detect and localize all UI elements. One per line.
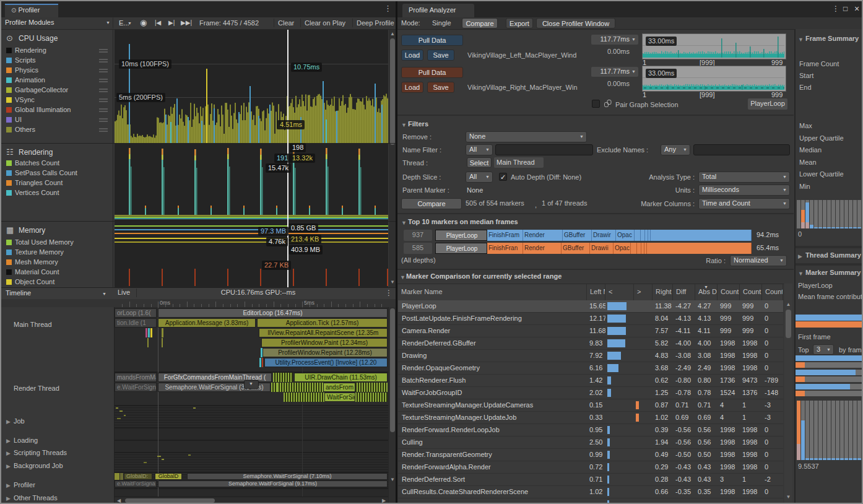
scroll-right-icon[interactable]: ▶ [380, 497, 388, 503]
marker-summary-foldout-icon[interactable]: ▼ [798, 271, 804, 277]
drag-handle-icon[interactable] [99, 79, 108, 80]
single-mode-button[interactable]: Single [432, 17, 451, 28]
table-row[interactable]: BatchRenderer.Flush1.420.62-0.800.801736… [398, 375, 783, 387]
table-row[interactable]: TextureStreamingManager.UpdateCameras0.1… [398, 399, 783, 412]
table-row[interactable]: PostLateUpdate.FinishFrameRendering12.17… [398, 313, 783, 325]
exclude-names-input[interactable] [693, 144, 790, 155]
timeline-marker-bar[interactable]: UIR.DrawChain (11.53ms) [294, 373, 388, 382]
legend-item-others[interactable]: Others [1, 125, 113, 135]
compare-button[interactable]: Compare [401, 198, 462, 209]
pull-data-left-button[interactable]: Pull Data [401, 35, 463, 46]
close-icon[interactable]: × [854, 4, 859, 14]
rendering-stats-chart[interactable] [115, 144, 388, 221]
column-header-5[interactable]: Right Median [653, 284, 673, 300]
thread-lane[interactable] [115, 453, 388, 472]
thread-lane[interactable] [115, 406, 388, 427]
scroll-thumb[interactable] [125, 498, 215, 503]
table-row[interactable]: Render.OpaqueGeometry6.163.68-2.492.4919… [398, 362, 783, 375]
legend-item-mesh-memory[interactable]: Mesh Memory [1, 258, 113, 267]
top-n-dropdown[interactable]: 3▼ [813, 344, 834, 355]
table-row[interactable]: RenderDeferred.Sort0.710.28-0.430.4331-2 [398, 474, 783, 486]
save-left-button[interactable]: Save [427, 50, 454, 61]
top10-foldout-icon[interactable]: ▼ [401, 220, 407, 226]
table-row[interactable]: RenderDeferred.GBuffer9.835.82-4.004.001… [398, 337, 783, 350]
legend-item-object-count[interactable]: Object Count [1, 277, 113, 287]
axis-max-dropdown-left[interactable]: 117.77ms▼ [591, 35, 638, 45]
column-header-9[interactable]: Count Right [740, 284, 762, 300]
tab-profiler[interactable]: ⊙ Profiler [5, 4, 58, 17]
column-header-6[interactable]: Diff [673, 284, 695, 300]
legend-item-rendering[interactable]: Rendering [1, 46, 113, 56]
pull-data-right-button[interactable]: Pull Data [401, 67, 463, 78]
thread-label-profiler[interactable]: Profiler [14, 481, 35, 489]
column-header-10[interactable]: Count Delta [762, 284, 783, 300]
timeline-marker-bar[interactable]: ProfilerWindow.Paint (12.34ms) [261, 338, 388, 347]
exclude-mode-dropdown[interactable]: Any▼ [661, 144, 690, 155]
thread-lane[interactable] [115, 428, 388, 440]
table-row[interactable]: Culling2.501.94-0.560.56199819980 [398, 437, 783, 449]
memory-stats-chart[interactable] [115, 222, 388, 287]
load-right-button[interactable]: Load [401, 82, 423, 93]
legend-item-batches-count[interactable]: Batches Count [1, 159, 113, 168]
thread-label-scripting-threads[interactable]: Scripting Threads [14, 449, 67, 456]
column-header-8[interactable]: Count Left [718, 284, 740, 300]
top10-segment[interactable]: Drawii [590, 243, 614, 254]
thread-foldout-icon[interactable]: ▶ [6, 438, 11, 444]
column-header-4[interactable]: > [634, 284, 653, 300]
top10-segment[interactable]: FinishFram [487, 230, 523, 241]
timeline-marker-bar[interactable]: andsFrom [323, 383, 355, 392]
table-row[interactable]: Drawing7.924.83-3.083.08199819980 [398, 350, 783, 362]
profiler-modules-dropdown[interactable]: Profiler Modules▼ [1, 17, 113, 28]
legend-item-vsync[interactable]: VSync [1, 95, 113, 105]
table-row[interactable]: RenderForward.RenderLoopJob0.950.39-0.56… [398, 424, 783, 437]
timeline-marker-bar[interactable]: tion.Idle (1 [115, 318, 157, 328]
scroll-down-icon[interactable]: ▼ [784, 493, 792, 501]
thread-foldout-icon[interactable]: ▶ [6, 463, 11, 469]
drag-handle-icon[interactable] [99, 128, 108, 129]
export-button[interactable]: Export [506, 18, 533, 28]
top10-segment[interactable]: Opac [614, 243, 631, 254]
tab-profile-analyzer[interactable]: Profile Analyzer [402, 4, 474, 17]
frame-time-graph-left[interactable]: 33.00ms [642, 33, 786, 59]
remove-dropdown[interactable]: None▼ [466, 131, 587, 142]
legend-item-texture-memory[interactable]: Texture Memory [1, 248, 113, 258]
deep-profile-button[interactable]: Deep Profile [357, 17, 394, 28]
thread-summary-foldout-icon[interactable]: ▶ [798, 253, 802, 259]
timeline-marker-bar[interactable]: EditorLoop (16.47ms) [158, 308, 388, 318]
top10-segment[interactable]: Opac [616, 230, 635, 241]
marker-columns-dropdown[interactable]: Time and Count▼ [698, 198, 790, 209]
top10-segment[interactable]: PlayerLoop [435, 243, 487, 254]
clear-button[interactable]: Clear [278, 17, 294, 28]
graph-selection-marker[interactable]: PlayerLoop [748, 98, 787, 110]
legend-item-vertices-count[interactable]: Vertices Count [1, 188, 113, 198]
scroll-left-icon[interactable]: ◀ [115, 497, 123, 503]
cpu-usage-chart[interactable] [115, 30, 388, 143]
top10-segment[interactable] [635, 230, 641, 241]
analysis-type-dropdown[interactable]: Total▼ [698, 172, 790, 183]
thread-label-main-thread[interactable]: Main Thread [14, 321, 52, 328]
thread-label-other-threads[interactable]: Other Threads [14, 494, 58, 502]
timeline-sliver-cluster[interactable] [271, 383, 277, 392]
top10-segment[interactable]: Render [523, 243, 562, 254]
timeline-marker-bar[interactable]: Application.Message (3.83ms) [158, 318, 256, 328]
thread-label-background-job[interactable]: Background Job [14, 462, 63, 469]
legend-item-garbagecollector[interactable]: GarbageCollector [1, 85, 113, 95]
editor-target-dropdown[interactable]: E...▼ [115, 18, 135, 28]
column-header-3[interactable]: < [605, 284, 634, 300]
drag-handle-icon[interactable] [99, 118, 108, 119]
legend-item-total-used-memory[interactable]: Total Used Memory [1, 238, 113, 248]
comparison-foldout-icon[interactable]: ▼ [400, 274, 405, 280]
table-row[interactable]: CullResults.CreateSharedRendererScene1.0… [398, 486, 783, 498]
thread-lane[interactable] [115, 489, 388, 497]
thread-foldout-icon[interactable]: ▶ [6, 450, 11, 456]
table-row[interactable]: TextureStreamingManager.UpdateJob0.331.0… [398, 412, 783, 424]
scroll-thumb[interactable] [390, 38, 395, 145]
drag-handle-icon[interactable] [99, 89, 108, 90]
scroll-thumb[interactable] [786, 310, 791, 338]
thread-foldout-icon[interactable]: ▶ [6, 419, 11, 425]
top10-segment[interactable] [631, 243, 637, 254]
legend-item-scripts[interactable]: Scripts [1, 56, 113, 66]
last-frame-button[interactable]: ▶▶| [181, 17, 192, 28]
ratio-dropdown[interactable]: Normalized▼ [730, 255, 787, 266]
legend-item-animation[interactable]: Animation [1, 76, 113, 85]
